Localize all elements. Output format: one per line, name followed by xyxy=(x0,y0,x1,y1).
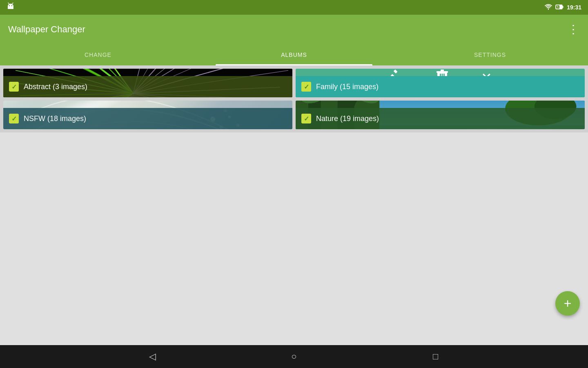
svg-point-3 xyxy=(11,5,12,6)
svg-rect-37 xyxy=(394,70,398,74)
app-title: Wallpaper Changer xyxy=(8,24,85,35)
more-options-button[interactable]: ⋮ xyxy=(568,24,580,35)
album-name-family: Family (15 images) xyxy=(316,83,379,91)
add-icon: + xyxy=(564,296,572,311)
svg-point-2 xyxy=(9,5,10,6)
albums-grid: Abstract (3 images) Rename xyxy=(0,65,588,132)
battery-icon xyxy=(555,4,564,11)
album-card-nsfw[interactable]: NSFW (18 images) xyxy=(3,101,292,129)
tab-settings[interactable]: SETTINGS xyxy=(392,44,588,65)
album-checkbox-family[interactable] xyxy=(301,82,311,92)
album-card-abstract[interactable]: Abstract (3 images) xyxy=(3,69,292,97)
album-checkbox-abstract[interactable] xyxy=(9,82,19,92)
add-album-fab[interactable]: + xyxy=(555,291,580,316)
album-label-abstract: Abstract (3 images) xyxy=(3,76,292,97)
status-icons: 19:31 xyxy=(545,4,581,11)
album-label-nsfw: NSFW (18 images) xyxy=(3,108,292,129)
main-wrapper: Abstract (3 images) Rename xyxy=(0,65,588,345)
app-bar: Wallpaper Changer ⋮ xyxy=(0,15,588,44)
time-display: 19:31 xyxy=(567,4,581,11)
tab-change[interactable]: CHANGE xyxy=(0,44,196,65)
home-button[interactable]: ○ xyxy=(286,348,302,365)
album-card-nature[interactable]: Nature (19 images) xyxy=(296,101,585,129)
album-card-family[interactable]: Rename D xyxy=(296,69,585,97)
album-label-family: Family (15 images) xyxy=(296,76,585,97)
album-label-nature: Nature (19 images) xyxy=(296,108,585,129)
svg-rect-7 xyxy=(563,6,564,8)
app-icon xyxy=(7,2,15,13)
tab-bar: CHANGE ALBUMS SETTINGS xyxy=(0,44,588,65)
album-checkbox-nsfw[interactable] xyxy=(9,114,19,123)
album-name-abstract: Abstract (3 images) xyxy=(24,83,87,91)
album-checkbox-nature[interactable] xyxy=(301,114,311,123)
nav-bar: ◁ ○ □ xyxy=(0,345,588,368)
wifi-icon xyxy=(545,4,552,11)
svg-rect-40 xyxy=(441,70,444,72)
back-button[interactable]: ◁ xyxy=(144,348,160,365)
album-name-nsfw: NSFW (18 images) xyxy=(24,114,86,123)
svg-line-5 xyxy=(12,3,13,4)
svg-line-4 xyxy=(8,3,9,4)
tab-albums[interactable]: ALBUMS xyxy=(196,44,392,65)
status-bar: 19:31 xyxy=(0,0,588,15)
svg-rect-1 xyxy=(8,6,13,9)
recents-button[interactable]: □ xyxy=(428,348,444,365)
album-name-nature: Nature (19 images) xyxy=(316,114,379,123)
